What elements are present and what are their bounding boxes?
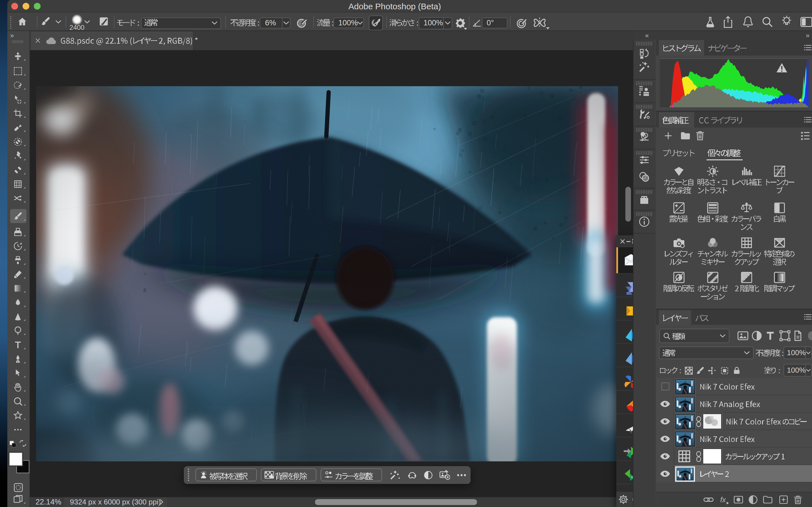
svg-text:fx: fx <box>720 496 726 504</box>
